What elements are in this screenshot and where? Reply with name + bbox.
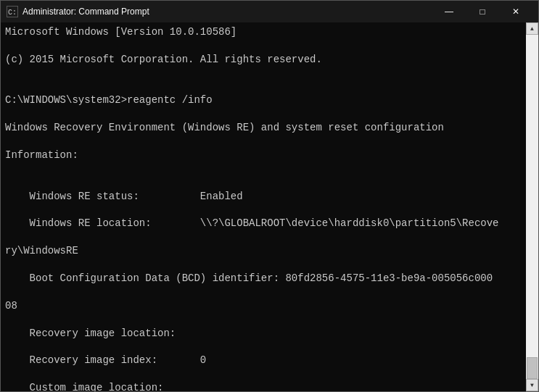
svg-text:C:: C: bbox=[8, 9, 17, 17]
content-area: Microsoft Windows [Version 10.0.10586] (… bbox=[1, 22, 538, 391]
window-title: Administrator: Command Prompt bbox=[22, 7, 432, 17]
terminal[interactable]: Microsoft Windows [Version 10.0.10586] (… bbox=[1, 22, 526, 391]
terminal-line: C:\WINDOWS\system32>reagentc /info bbox=[5, 93, 522, 107]
terminal-line: 08 bbox=[5, 299, 522, 313]
terminal-line: Boot Configuration Data (BCD) identifier… bbox=[5, 272, 522, 285]
scrollbar[interactable]: ▲ ▼ bbox=[526, 22, 538, 391]
terminal-line: Windows RE status: Enabled bbox=[5, 190, 522, 204]
terminal-line: Microsoft Windows [Version 10.0.10586] bbox=[5, 25, 522, 39]
terminal-line: Custom image location: bbox=[5, 381, 522, 391]
terminal-line: ry\WindowsRE bbox=[5, 244, 522, 258]
terminal-line: Windows Recovery Environment (Windows RE… bbox=[5, 121, 522, 135]
scroll-track bbox=[526, 35, 538, 379]
terminal-line: Windows RE location: \\?\GLOBALROOT\devi… bbox=[5, 217, 522, 230]
terminal-line: Recovery image location: bbox=[5, 327, 522, 341]
cmd-icon: C: bbox=[7, 6, 18, 17]
terminal-line: Information: bbox=[5, 149, 522, 162]
maximize-button[interactable]: □ bbox=[466, 1, 499, 22]
scroll-down-button[interactable]: ▼ bbox=[526, 379, 538, 391]
scroll-up-button[interactable]: ▲ bbox=[526, 22, 538, 35]
terminal-line: (c) 2015 Microsoft Corporation. All righ… bbox=[5, 53, 522, 67]
terminal-line: Recovery image index: 0 bbox=[5, 354, 522, 367]
window: C: Administrator: Command Prompt — □ ✕ M… bbox=[0, 0, 539, 392]
title-bar: C: Administrator: Command Prompt — □ ✕ bbox=[1, 1, 538, 22]
minimize-button[interactable]: — bbox=[432, 1, 466, 22]
scroll-thumb[interactable] bbox=[527, 357, 538, 379]
close-button[interactable]: ✕ bbox=[499, 1, 532, 22]
window-controls: — □ ✕ bbox=[432, 1, 532, 22]
